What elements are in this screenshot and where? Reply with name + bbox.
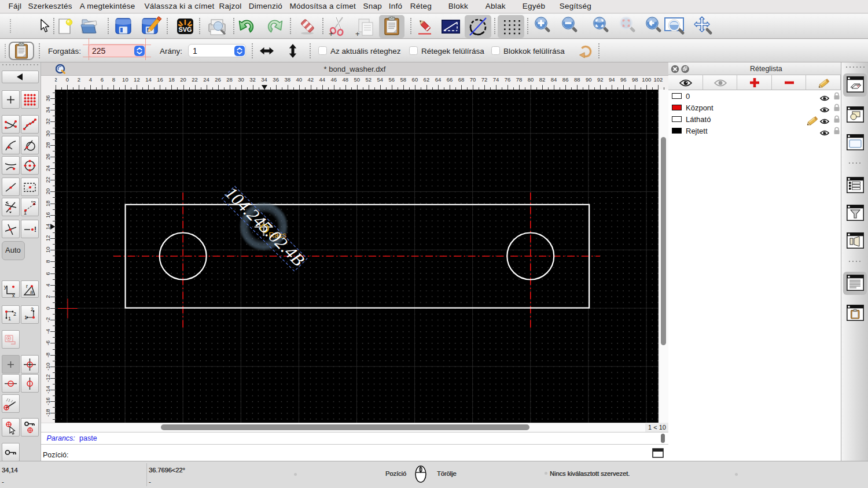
svg-text:2: 2 [13,311,16,317]
svg-text:+: + [329,29,333,38]
svg-text:r: r [26,283,28,289]
svg-text:SVG: SVG [178,26,192,33]
svg-text:!: ! [34,225,36,234]
svg-text:2: 2 [31,308,34,312]
svg-text:y: y [4,284,7,290]
svg-text:2: 2 [33,200,36,206]
svg-text:a: a [30,289,33,295]
svg-text:1: 1 [24,210,27,215]
svg-text:+: + [355,29,360,37]
svg-text:x: x [12,293,15,297]
svg-text:1: 1 [8,316,11,321]
svg-text:1: 1 [24,315,27,320]
